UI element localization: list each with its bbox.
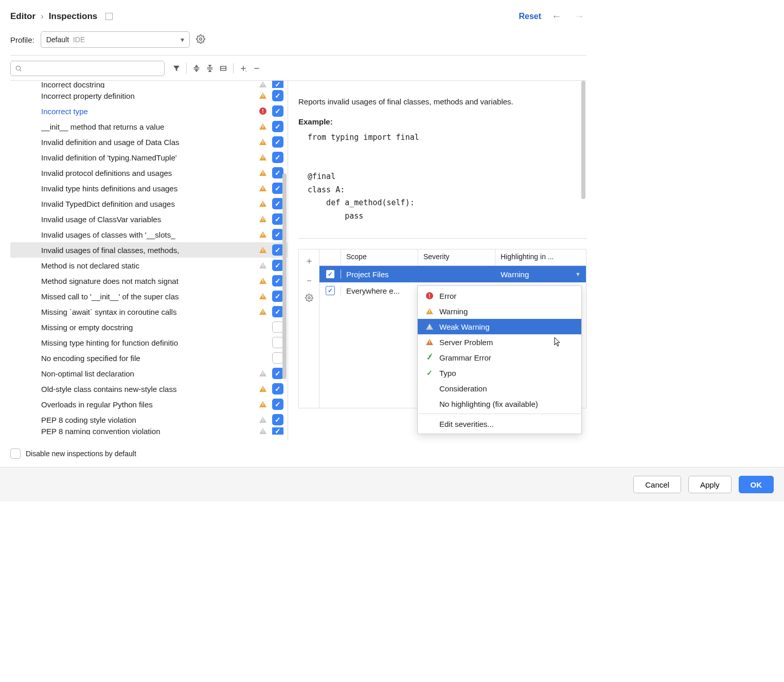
scope-add-icon[interactable]: ＋ <box>302 253 316 269</box>
error-icon <box>259 107 266 115</box>
apply-button[interactable]: Apply <box>688 476 732 493</box>
inspection-checkbox[interactable] <box>272 136 283 148</box>
cancel-button[interactable]: Cancel <box>633 476 681 493</box>
inspection-checkbox[interactable] <box>272 399 283 410</box>
inspection-row[interactable]: Missed call to '__init__' of the super c… <box>10 289 288 304</box>
inspection-label: Invalid usages of final classes, methods… <box>41 246 258 255</box>
inspection-checkbox[interactable] <box>272 152 283 163</box>
reset-defaults-icon[interactable] <box>217 62 230 75</box>
inspection-row[interactable]: Invalid usages of final classes, methods… <box>10 242 288 258</box>
inspection-label: __init__ method that returns a value <box>41 122 258 131</box>
inspection-checkbox[interactable] <box>272 198 283 209</box>
inspection-row[interactable]: Invalid usages of classes with '__slots_ <box>10 227 288 242</box>
inspection-row[interactable]: Missing `await` syntax in coroutine call… <box>10 304 288 319</box>
inspection-row[interactable]: Non-optimal list declaration <box>10 366 288 381</box>
inspection-row[interactable]: __init__ method that returns a value <box>10 119 288 134</box>
inspection-checkbox[interactable] <box>272 368 283 379</box>
profile-gear-icon[interactable] <box>196 34 205 45</box>
scope-remove-icon[interactable]: － <box>302 272 316 289</box>
profile-select[interactable]: Default IDE ▾ <box>41 31 190 48</box>
weak-warning-icon <box>259 428 266 434</box>
expand-all-icon[interactable] <box>190 62 203 75</box>
add-icon[interactable] <box>237 62 250 75</box>
inspection-row[interactable]: Incorrect docstring <box>10 81 288 88</box>
svg-point-1 <box>16 66 20 70</box>
inspection-checkbox[interactable] <box>272 105 283 117</box>
severity-option[interactable]: Weak Warning <box>418 319 581 334</box>
inspection-checkbox[interactable] <box>272 306 283 317</box>
remove-icon[interactable] <box>250 62 263 75</box>
inspection-label: Incorrect docstring <box>41 81 258 88</box>
inspection-row[interactable]: Invalid type hints definitions and usage… <box>10 181 288 196</box>
show-panel-icon[interactable] <box>105 13 113 20</box>
inspection-checkbox[interactable] <box>272 81 283 88</box>
inspection-label: Incorrect property definition <box>41 92 258 100</box>
search-input[interactable] <box>10 61 165 76</box>
inspection-checkbox[interactable] <box>272 291 283 302</box>
inspection-checkbox[interactable] <box>272 213 283 225</box>
inspection-checkbox[interactable] <box>272 275 283 286</box>
scope-checkbox[interactable] <box>326 270 335 279</box>
detail-scrollbar[interactable] <box>581 81 585 199</box>
severity-option[interactable]: Typo <box>418 365 581 381</box>
inspection-row[interactable]: Invalid TypedDict definition and usages <box>10 196 288 211</box>
inspection-row[interactable]: Invalid definition of 'typing.NamedTuple… <box>10 150 288 165</box>
inspection-row[interactable]: Old-style class contains new-style class <box>10 381 288 397</box>
inspection-row[interactable]: Missing or empty docstring <box>10 319 288 335</box>
inspection-checkbox[interactable] <box>272 167 283 178</box>
ok-button[interactable]: OK <box>739 476 774 493</box>
inspection-checkbox[interactable] <box>272 260 283 271</box>
inspection-row[interactable]: Invalid definition and usage of Data Cla… <box>10 134 288 150</box>
severity-dropdown[interactable]: ErrorWarningWeak WarningServer ProblemGr… <box>417 285 582 434</box>
severity-option-label: Grammar Error <box>439 353 491 362</box>
inspection-checkbox[interactable] <box>272 183 283 194</box>
inspection-checkbox[interactable] <box>272 121 283 132</box>
inspection-checkbox[interactable] <box>272 321 283 333</box>
inspection-checkbox[interactable] <box>272 90 283 101</box>
inspection-row[interactable]: No encoding specified for file <box>10 350 288 366</box>
disable-new-checkbox[interactable] <box>10 448 21 459</box>
tree-scrollbar[interactable] <box>282 173 287 379</box>
severity-option[interactable]: Consideration <box>418 381 581 396</box>
highlighting-header[interactable]: Highlighting in ... <box>495 249 586 265</box>
scope-checkbox[interactable] <box>326 286 335 295</box>
inspection-checkbox[interactable] <box>272 229 283 240</box>
inspection-row[interactable]: Method signature does not match signat <box>10 273 288 289</box>
inspection-row[interactable]: Overloads in regular Python files <box>10 397 288 412</box>
inspection-row[interactable]: Invalid protocol definitions and usages <box>10 165 288 181</box>
reset-link[interactable]: Reset <box>519 12 541 21</box>
inspection-checkbox[interactable] <box>272 427 283 435</box>
filter-icon[interactable] <box>170 62 183 75</box>
search-field[interactable] <box>25 64 160 73</box>
breadcrumb-root[interactable]: Editor <box>10 11 35 22</box>
inspection-row[interactable]: PEP 8 coding style violation <box>10 412 288 427</box>
inspection-checkbox[interactable] <box>272 337 283 348</box>
server-problem-icon <box>426 339 433 345</box>
severity-option-label: Server Problem <box>439 338 493 347</box>
severity-option[interactable]: Warning <box>418 303 581 319</box>
severity-header[interactable]: Severity <box>418 249 495 265</box>
severity-option[interactable]: Server Problem <box>418 334 581 350</box>
highlighting-cell[interactable]: Warning▼ <box>495 270 586 279</box>
inspection-row[interactable]: PEP 8 naming convention violation <box>10 427 288 435</box>
severity-option[interactable]: Error <box>418 288 581 303</box>
inspection-row[interactable]: Incorrect type <box>10 103 288 119</box>
collapse-all-icon[interactable] <box>203 62 217 75</box>
inspection-row[interactable]: Invalid usage of ClassVar variables <box>10 211 288 227</box>
inspection-row[interactable]: Incorrect property definition <box>10 88 288 103</box>
scope-gear-icon[interactable] <box>303 292 315 307</box>
edit-severities-item[interactable]: Edit severities... <box>418 416 581 432</box>
inspection-checkbox[interactable] <box>272 383 283 394</box>
inspection-checkbox[interactable] <box>272 352 283 364</box>
inspection-label: Method signature does not match signat <box>41 277 258 285</box>
inspection-checkbox[interactable] <box>272 244 283 256</box>
severity-option[interactable]: No highlighting (fix available) <box>418 396 581 411</box>
nav-back-icon[interactable]: ← <box>549 10 564 22</box>
scope-row[interactable]: Project FilesWarning▼ <box>319 266 586 282</box>
scope-header[interactable]: Scope <box>341 249 418 265</box>
inspection-checkbox[interactable] <box>272 414 283 425</box>
inspection-row[interactable]: Missing type hinting for function defini… <box>10 335 288 350</box>
severity-option[interactable]: Grammar Error <box>418 350 581 365</box>
inspection-row[interactable]: Method is not declared static <box>10 258 288 273</box>
inspection-tree[interactable]: Incorrect docstringIncorrect property de… <box>10 81 288 440</box>
